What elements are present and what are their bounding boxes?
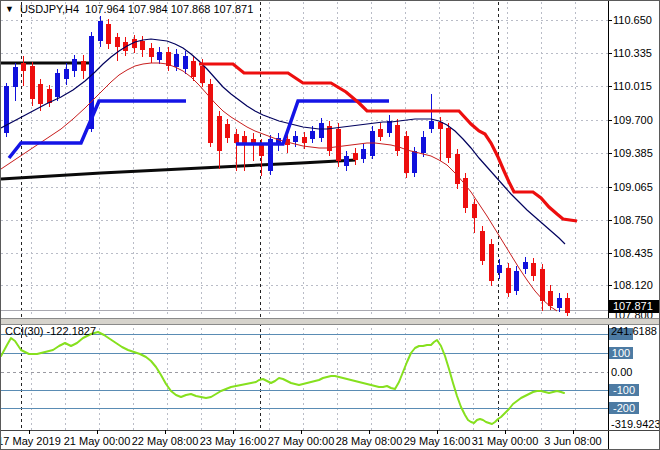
candle-body xyxy=(336,129,341,161)
current-price-badge: 107.871 xyxy=(609,300,660,313)
candle-body xyxy=(421,137,426,153)
symbol-timeframe-label: USDJPY,H4 xyxy=(20,3,79,15)
time-axis-label: 17 May 2019 xyxy=(1,435,61,447)
price-axis-label: 110.335 xyxy=(613,47,652,59)
candle-body xyxy=(98,21,103,41)
candle-body xyxy=(523,262,528,269)
candle-body xyxy=(438,122,443,129)
candle-body xyxy=(217,116,222,151)
candle-body xyxy=(293,136,298,142)
candle-body xyxy=(506,268,511,293)
candles-layer xyxy=(4,16,570,316)
cci-line xyxy=(1,332,564,424)
candle-body xyxy=(208,84,213,143)
candle-body xyxy=(531,263,536,276)
cci-axis: 100-100-200241.61880.00-319.9423 xyxy=(609,325,660,430)
candle-body xyxy=(157,52,162,60)
chevron-down-icon[interactable]: ▼ xyxy=(5,4,14,14)
candle-body xyxy=(404,136,409,173)
candle-body xyxy=(200,66,205,83)
candle-body xyxy=(344,156,349,166)
candle-body xyxy=(446,128,451,158)
cci-level-badge-label: -100 xyxy=(613,384,635,396)
candle-body xyxy=(455,154,460,184)
indicator-title: CCI(30) -122.1827 xyxy=(5,325,96,337)
cci-level-badge-label: 100 xyxy=(612,347,630,359)
candle-body xyxy=(234,134,239,143)
ma-line-red xyxy=(1,63,557,311)
time-axis-label: 29 May 16:00 xyxy=(404,435,471,447)
candle-body xyxy=(302,137,307,143)
cci-panel xyxy=(1,323,660,430)
time-axis-label: 21 May 00:00 xyxy=(64,435,131,447)
price-axis-label: 109.065 xyxy=(613,181,653,193)
candle-body xyxy=(412,151,417,173)
candle-body xyxy=(378,129,383,137)
candle-body xyxy=(497,265,502,273)
candle-body xyxy=(259,145,264,156)
time-axis-label: 3 Jun 08:00 xyxy=(544,435,602,447)
panel-separator[interactable] xyxy=(1,318,660,325)
chart-window: ▼USDJPY,H4107.964 107.984 107.868 107.87… xyxy=(0,0,660,450)
candle-body xyxy=(38,84,43,104)
candle-body xyxy=(242,136,247,143)
candle-body xyxy=(72,59,77,71)
candle-body xyxy=(30,66,35,99)
time-axis-label: 31 May 00:00 xyxy=(472,435,539,447)
candle-body xyxy=(81,61,86,71)
chart-canvas[interactable]: 110.650110.335110.015109.700109.385109.0… xyxy=(1,1,660,450)
candle-body xyxy=(557,298,562,308)
candle-body xyxy=(55,73,60,97)
price-axis: 110.650110.335110.015109.700109.385109.0… xyxy=(608,1,653,450)
candle-body xyxy=(361,149,366,159)
cci-zero-label: 0.00 xyxy=(611,366,632,378)
cci-level-badge-label: -200 xyxy=(613,402,635,414)
candle-body xyxy=(319,123,324,138)
price-axis-label: 109.700 xyxy=(613,114,653,126)
candle-body xyxy=(140,41,145,50)
time-axis-label: 23 May 16:00 xyxy=(200,435,267,447)
candle-body xyxy=(183,56,188,69)
price-axis-label: 109.385 xyxy=(613,147,653,159)
candle-body xyxy=(21,63,26,71)
cci-min-label: -319.9423 xyxy=(611,418,660,430)
candle-body xyxy=(174,54,179,67)
candle-body xyxy=(225,124,230,138)
time-axis: 17 May 201921 May 00:0022 May 08:0023 Ma… xyxy=(1,430,602,447)
price-axis-label: 110.015 xyxy=(613,80,652,92)
candle-body xyxy=(387,121,392,133)
candle-body xyxy=(429,121,434,129)
candle-body xyxy=(472,204,477,218)
candle-body xyxy=(480,231,485,261)
candle-body xyxy=(353,153,358,160)
chart-header: ▼USDJPY,H4107.964 107.984 107.868 107.87… xyxy=(5,3,253,15)
price-axis-label: 108.435 xyxy=(613,247,653,259)
price-axis-label: 108.120 xyxy=(613,279,653,291)
candle-body xyxy=(310,131,315,139)
time-axis-label: 22 May 08:00 xyxy=(132,435,199,447)
candle-body xyxy=(514,271,519,291)
candle-body xyxy=(106,24,111,44)
cci-max-label: 241.6188 xyxy=(611,325,657,337)
candle-body xyxy=(47,89,52,103)
candle-body xyxy=(191,61,196,77)
candle-body xyxy=(115,37,120,47)
candle-body xyxy=(13,67,18,87)
candle-body xyxy=(565,298,570,313)
candle-body xyxy=(64,69,69,79)
price-axis-label: 110.650 xyxy=(613,14,652,26)
black-trendline[interactable] xyxy=(1,160,356,179)
candle-body xyxy=(149,48,154,57)
candle-body xyxy=(489,244,494,281)
time-axis-label: 28 May 08:00 xyxy=(336,435,403,447)
price-axis-label: 108.750 xyxy=(613,214,653,226)
candle-body xyxy=(548,291,553,306)
time-axis-label: 27 May 00:00 xyxy=(268,435,335,447)
ohlc-quote-values: 107.964 107.984 107.868 107.871 xyxy=(85,3,253,15)
